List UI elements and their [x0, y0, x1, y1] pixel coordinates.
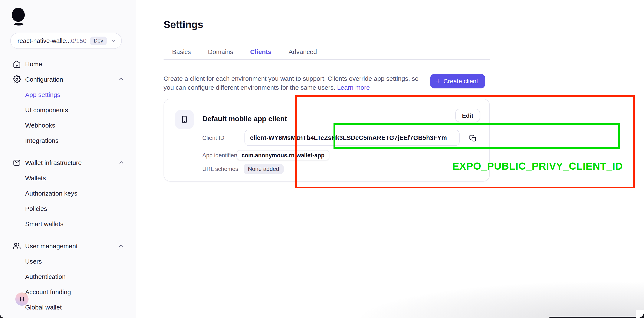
sidebar-item-users[interactable]: Users	[0, 253, 136, 269]
privy-logo-base	[14, 23, 24, 25]
learn-more-link[interactable]: Learn more	[337, 84, 370, 91]
sidebar-item-wallets[interactable]: Wallets	[0, 170, 136, 185]
sidebar-item-label: Home	[25, 60, 42, 67]
client-card: Default mobile app client Edit Client ID…	[164, 99, 490, 181]
app-window: react-native-walle... 0/150 Dev Home Con…	[0, 0, 644, 318]
nav-section-gap	[0, 148, 136, 155]
create-client-button[interactable]: + Create client	[430, 74, 485, 88]
sidebar-section-user-management[interactable]: User management	[0, 238, 136, 253]
chevron-up-icon	[118, 76, 124, 82]
chevron-down-icon	[110, 38, 116, 44]
sidebar-item-ui-components[interactable]: UI components	[0, 102, 136, 117]
edit-button[interactable]: Edit	[455, 109, 480, 122]
corner-mask	[0, 313, 6, 318]
bottom-left-screen-corner	[0, 313, 6, 318]
app-identifiers-label: App identifiers	[202, 152, 239, 159]
plus-icon: +	[436, 77, 440, 85]
tab-domains[interactable]: Domains	[199, 44, 242, 59]
user-avatar[interactable]: H	[15, 293, 28, 306]
clients-description: Create a client for each environment you…	[164, 74, 427, 92]
sidebar-section-wallet-infrastructure[interactable]: Wallet infrastructure	[0, 155, 136, 170]
chevron-up-icon	[118, 243, 124, 249]
sidebar-item-integrations[interactable]: Integrations	[0, 133, 136, 148]
sidebar-item-home[interactable]: Home	[0, 56, 136, 71]
sidebar: react-native-walle... 0/150 Dev Home Con…	[0, 0, 136, 318]
sidebar-item-smart-wallets[interactable]: Smart wallets	[0, 216, 136, 231]
sidebar-section-label: Wallet infrastructure	[25, 159, 82, 166]
nav-section-gap	[0, 231, 136, 238]
sidebar-section-configuration[interactable]: Configuration	[0, 71, 136, 87]
sidebar-item-webhooks[interactable]: Webhooks	[0, 117, 136, 133]
bottom-edge-strip	[550, 317, 644, 318]
gear-icon	[13, 75, 21, 83]
client-id-label: Client ID	[202, 135, 224, 141]
sidebar-item-policies[interactable]: Policies	[0, 201, 136, 216]
main-content: Settings Basics Domains Clients Advanced…	[136, 0, 644, 318]
sidebar-item-authentication[interactable]: Authentication	[0, 269, 136, 284]
description-text: Create a client for each environment you…	[164, 75, 418, 91]
tab-basics[interactable]: Basics	[164, 44, 199, 59]
sidebar-section-label: User management	[25, 242, 78, 249]
tabbar-divider	[164, 59, 490, 60]
url-schemes-label: URL schemes	[202, 166, 238, 172]
settings-tabbar: Basics Domains Clients Advanced	[164, 44, 326, 59]
mobile-client-icon-tile	[175, 110, 194, 129]
create-client-label: Create client	[444, 78, 478, 85]
privy-logo-mark	[12, 8, 25, 22]
client-card-title: Default mobile app client	[202, 115, 287, 123]
wallet-icon	[13, 158, 21, 167]
client-id-input[interactable]	[244, 130, 460, 146]
url-schemes-chip: None added	[244, 164, 284, 174]
sidebar-item-app-settings[interactable]: App settings	[0, 87, 136, 102]
copy-icon[interactable]	[468, 134, 478, 143]
sidebar-nav: Home Configuration App settings UI compo…	[0, 56, 136, 315]
environment-badge: Dev	[90, 36, 107, 45]
chevron-up-icon	[118, 159, 124, 165]
tab-clients[interactable]: Clients	[242, 44, 280, 59]
privy-logo	[12, 8, 26, 26]
page-title: Settings	[164, 19, 203, 31]
tab-advanced[interactable]: Advanced	[280, 44, 326, 59]
project-name: react-native-walle...	[18, 37, 71, 44]
users-icon	[13, 241, 21, 250]
annotation-env-var-label: EXPO_PUBLIC_PRIVY_CLIENT_ID	[452, 160, 620, 172]
smartphone-icon	[180, 115, 189, 124]
bottom-right-screen-corner	[636, 310, 644, 318]
sidebar-item-authorization-keys[interactable]: Authorization keys	[0, 185, 136, 201]
home-icon	[13, 59, 21, 68]
sidebar-section-label: Configuration	[25, 75, 63, 83]
corner-mask	[636, 310, 644, 318]
app-identifier-chip: com.anonymous.rn-wallet-app	[237, 150, 329, 160]
project-selector[interactable]: react-native-walle... 0/150 Dev	[10, 33, 122, 49]
project-usage: 0/150	[71, 37, 86, 44]
